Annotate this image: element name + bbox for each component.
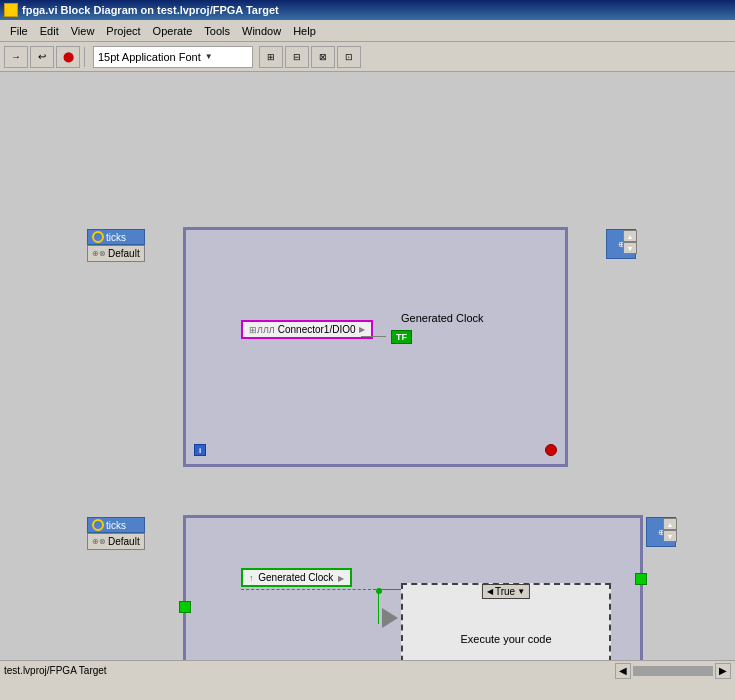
loop1-scroll-down[interactable]: ▼ <box>623 242 637 254</box>
resize-btn[interactable]: ⊠ <box>311 46 335 68</box>
main-content: ticks ⊕⊗ Default ⊕ ▲ ▼ ⊞ЛЛЛ Connector1/D… <box>0 72 735 680</box>
loop2-dotted-wire <box>241 589 376 590</box>
menu-tools[interactable]: Tools <box>198 23 236 39</box>
loop1-wire <box>361 336 386 337</box>
loop2-ticks-block: ticks ⊕⊗ Default <box>87 517 145 550</box>
title-bar: fpga.vi Block Diagram on test.lvproj/FPG… <box>0 0 735 20</box>
loop2-right-green-terminal <box>635 573 647 585</box>
loop2-gen-clock-node: ↑ Generated Clock ▶ <box>241 568 352 587</box>
loop1-default-label: Default <box>108 248 140 259</box>
loop2-left-green-terminal <box>179 601 191 613</box>
loop1-ticks-label: ticks <box>106 232 126 243</box>
loop2-scroll-down[interactable]: ▼ <box>663 530 677 542</box>
loop1-ticks-block: ticks ⊕⊗ Default <box>87 229 145 262</box>
loop2-true-label: True <box>495 586 515 597</box>
toolbar-sep1 <box>84 47 85 67</box>
loop2-ticks-header: ticks <box>87 517 145 533</box>
loop2-scroll-up[interactable]: ▲ <box>663 518 677 530</box>
abort-btn[interactable]: ↩ <box>30 46 54 68</box>
loop2-wire-h2 <box>377 589 401 590</box>
status-scrollbar[interactable] <box>633 666 713 676</box>
loop2-loop-icon <box>92 519 104 531</box>
loop2-default-label: Default <box>108 536 140 547</box>
loop2-border: ↑ Generated Clock ▶ ◀ True ▼ Execute you… <box>183 515 643 680</box>
menu-help[interactable]: Help <box>287 23 322 39</box>
status-btn2[interactable]: ▶ <box>715 663 731 679</box>
loop1-ticks-header: ticks <box>87 229 145 245</box>
loop2-gen-clock-node-label: Generated Clock <box>258 572 333 583</box>
loop2-wire-v <box>378 589 379 624</box>
loop2-ticks-body: ⊕⊗ Default <box>87 533 145 550</box>
menu-project[interactable]: Project <box>100 23 146 39</box>
loop1-tf-box: TF <box>391 330 412 344</box>
status-bar: test.lvproj/FPGA Target ◀ ▶ <box>0 660 735 680</box>
menu-view[interactable]: View <box>65 23 101 39</box>
case-left-arrow[interactable]: ◀ <box>487 587 493 596</box>
reorder-btn[interactable]: ⊡ <box>337 46 361 68</box>
menu-window[interactable]: Window <box>236 23 287 39</box>
loop2-right-terminal: ⊕ ▲ ▼ <box>646 517 676 547</box>
loop1-scroll-up[interactable]: ▲ <box>623 230 637 242</box>
toolbar: → ↩ ⬤ 15pt Application Font ▼ ⊞ ⊟ ⊠ ⊡ <box>0 42 735 72</box>
loop1-connector-block[interactable]: ⊞ЛЛЛ Connector1/DIO0 ▶ <box>241 320 373 339</box>
loop2-ticks-label: ticks <box>106 520 126 531</box>
font-dropdown-arrow-icon[interactable]: ▼ <box>205 52 213 61</box>
status-text: test.lvproj/FPGA Target <box>4 665 615 676</box>
font-selector[interactable]: 15pt Application Font ▼ <box>93 46 253 68</box>
menu-file[interactable]: File <box>4 23 34 39</box>
case-right-arrow[interactable]: ▼ <box>517 587 525 596</box>
loop1-tf-label: TF <box>396 332 407 342</box>
loop1-right-terminal: ⊕ ▲ ▼ <box>606 229 636 259</box>
menu-bar: File Edit View Project Operate Tools Win… <box>0 20 735 42</box>
menu-edit[interactable]: Edit <box>34 23 65 39</box>
run-arrow-btn[interactable]: → <box>4 46 28 68</box>
loop1-connector-label: Connector1/DIO0 <box>278 324 356 335</box>
loop1-loop-icon <box>92 231 104 243</box>
align-btn[interactable]: ⊞ <box>259 46 283 68</box>
loop1-stop-dot <box>545 444 557 456</box>
font-label: 15pt Application Font <box>98 51 201 63</box>
stop-btn[interactable]: ⬤ <box>56 46 80 68</box>
app-icon <box>4 3 18 17</box>
loop1-ticks-body: ⊕⊗ Default <box>87 245 145 262</box>
loop2-case-header: ◀ True ▼ <box>482 584 530 599</box>
loop1-info-btn[interactable]: i <box>194 444 206 456</box>
distribute-btn[interactable]: ⊟ <box>285 46 309 68</box>
menu-operate[interactable]: Operate <box>147 23 199 39</box>
window-title: fpga.vi Block Diagram on test.lvproj/FPG… <box>22 4 279 16</box>
status-btn1[interactable]: ◀ <box>615 663 631 679</box>
loop1-border: ⊞ЛЛЛ Connector1/DIO0 ▶ TF Generated Cloc… <box>183 227 568 467</box>
loop2-execute-label: Execute your code <box>460 633 551 645</box>
loop1-gen-clock-label: Generated Clock <box>401 312 484 324</box>
loop2-play-triangle <box>382 608 398 628</box>
